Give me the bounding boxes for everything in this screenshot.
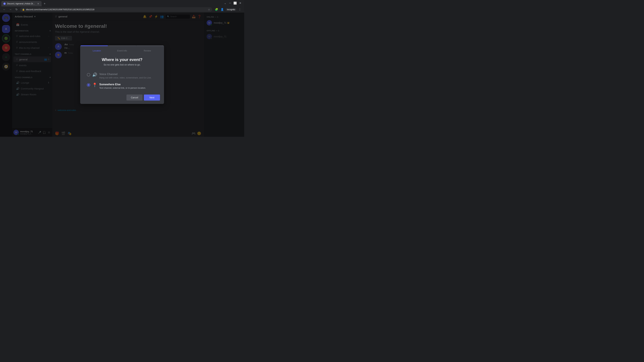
- tab-favicon: D: [3, 2, 6, 5]
- tab-title: Discord | #general | Artists Disc...: [7, 2, 36, 5]
- option-voice-channel[interactable]: 🔊 Voice Channel Hang out with voice, vid…: [86, 71, 159, 81]
- option-somewhere-title: Somewhere Else: [99, 83, 157, 86]
- modal-title: Where is your event?: [86, 57, 159, 62]
- browser-right-icons: 🧩 👤 Incognito ⋮: [214, 7, 242, 12]
- tab-bar: D Discord | #general | Artists Disc... ✕…: [0, 0, 244, 6]
- modal-subtitle: So no one gets lost on where to go.: [86, 63, 159, 66]
- new-tab-button[interactable]: +: [42, 1, 47, 6]
- next-button[interactable]: Next: [144, 94, 160, 100]
- profile-button[interactable]: 👤: [220, 7, 224, 12]
- browser-chrome: D Discord | #general | Artists Disc... ✕…: [0, 0, 244, 12]
- modal-overlay: Location Event Info Review Where is your…: [0, 12, 244, 137]
- tab-list-button[interactable]: ⌄: [223, 1, 227, 5]
- close-button[interactable]: ✕: [238, 1, 242, 5]
- modal-body: Where is your event? So no one gets lost…: [80, 53, 164, 94]
- voice-channel-icon: 🔊: [92, 72, 97, 77]
- option-voice-content: Voice Channel Hang out with voice, video…: [99, 73, 157, 79]
- minimize-button[interactable]: ─: [228, 1, 232, 5]
- tab-review[interactable]: Review: [135, 48, 160, 53]
- progress-step-2: [108, 45, 136, 46]
- option-voice-title: Voice Channel: [99, 73, 157, 76]
- address-icons: ☆: [208, 8, 210, 11]
- url-text: discord.com/channels/1182362010067935253…: [26, 8, 206, 11]
- modal-progress-bar: [80, 45, 164, 46]
- tab-event-info[interactable]: Event Info: [110, 48, 135, 53]
- maximize-button[interactable]: ⬜: [233, 1, 237, 5]
- bookmark-icon[interactable]: ☆: [208, 8, 210, 11]
- radio-voice-channel: [87, 73, 90, 76]
- progress-step-1: [80, 45, 108, 46]
- refresh-button[interactable]: ↻: [14, 7, 19, 12]
- discord-app: 🎮 A 🟢 🎨 + 🧭 Artists Discord ▾ 📅 Events I…: [0, 12, 244, 137]
- window-controls: ⌄ ─ ⬜ ✕: [223, 1, 242, 5]
- active-tab[interactable]: D Discord | #general | Artists Disc... ✕: [1, 1, 42, 6]
- address-bar-row: ← → ↻ 🔒 discord.com/channels/11823620100…: [0, 6, 244, 12]
- option-somewhere-else[interactable]: 📍 Somewhere Else Text channel, external …: [86, 81, 159, 91]
- modal-footer: Cancel Next: [80, 94, 164, 104]
- event-location-modal: Location Event Info Review Where is your…: [80, 45, 164, 104]
- menu-button[interactable]: ⋮: [238, 7, 242, 12]
- option-somewhere-desc: Text channel, external link, or in-perso…: [99, 87, 157, 89]
- option-voice-desc: Hang out with voice, video, screenshare,…: [99, 76, 157, 79]
- extensions-button[interactable]: 🧩: [214, 7, 219, 12]
- tab-location[interactable]: Location: [84, 48, 110, 53]
- progress-step-3: [136, 45, 164, 46]
- radio-inner-dot: [88, 84, 90, 86]
- cancel-button[interactable]: Cancel: [126, 94, 142, 100]
- address-bar[interactable]: 🔒 discord.com/channels/11823620100679352…: [20, 7, 212, 12]
- option-somewhere-content: Somewhere Else Text channel, external li…: [99, 83, 157, 89]
- radio-somewhere-else: [87, 83, 90, 87]
- back-button[interactable]: ←: [2, 7, 7, 12]
- modal-tabs: Location Event Info Review: [80, 48, 164, 53]
- tab-close-button[interactable]: ✕: [37, 2, 40, 5]
- somewhere-else-icon: 📍: [92, 83, 97, 87]
- forward-button[interactable]: →: [8, 7, 13, 12]
- incognito-badge[interactable]: Incognito: [226, 8, 236, 11]
- lock-icon: 🔒: [22, 8, 25, 11]
